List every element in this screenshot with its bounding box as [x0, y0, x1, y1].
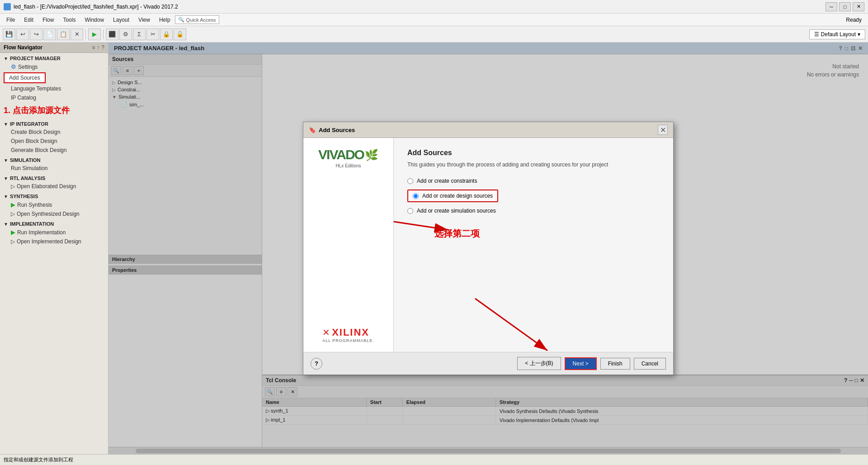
toolbar-lock[interactable]: 🔒	[160, 28, 173, 40]
toolbar-redo[interactable]: ↪	[30, 28, 42, 40]
radio-option-design[interactable]: Add or create design sources	[407, 190, 498, 202]
title-bar: led_flash - [E:/VivadoProject/led_flash/…	[0, 0, 868, 14]
minimize-button[interactable]: ─	[826, 2, 837, 11]
nav-item-open-block[interactable]: Open Block Design	[0, 137, 108, 146]
modal-content: Add Sources This guides you through the …	[394, 138, 673, 352]
toolbar-copy[interactable]: 📋	[57, 28, 70, 40]
toolbar-new[interactable]: 📄	[43, 28, 56, 40]
content-area: PROJECT MANAGER - led_flash ? □ ⊡ ✕ Sour…	[108, 43, 868, 454]
chevron-down-icon: ▾	[858, 31, 860, 38]
nav-section-simulation[interactable]: ▼ SIMULATION	[0, 155, 108, 164]
toolbar-separator	[85, 29, 86, 39]
nav-section-rtl-label: RTL ANALYSIS	[10, 176, 45, 181]
nav-item-run-impl[interactable]: ▶ Run Implementation	[0, 228, 108, 237]
status-bar-text: 指定和或创建源文件添加到工程	[4, 456, 73, 463]
toolbar-sigma[interactable]: Σ	[133, 28, 146, 40]
footer-buttons: < 上一步(B) Next > Finish Cancel	[517, 357, 666, 370]
nav-section-rtl[interactable]: ▼ RTL ANALYSIS	[0, 173, 108, 182]
modal-section-title: Add Sources	[407, 149, 660, 157]
xilinx-logo: ✕ XILINX ALL PROGRAMMABLE.	[322, 327, 374, 343]
menu-layout[interactable]: Layout	[108, 15, 134, 25]
nav-item-add-sources[interactable]: Add Sources	[4, 72, 46, 83]
search-box[interactable]: 🔍 Quick Access	[175, 15, 219, 24]
flow-nav-help-icon[interactable]: ?	[101, 44, 104, 51]
modal-footer: ? < 上一步(B) Next > Finish Cancel	[303, 352, 673, 375]
nav-item-open-synth[interactable]: ▷ Open Synthesized Design	[0, 209, 108, 218]
nav-item-create-block-label: Create Block Design	[11, 129, 60, 135]
modal-overlay: 🔖 Add Sources ✕ VIVADO 🌿 HLx Edition	[108, 43, 868, 454]
vivado-leaf-icon: 🌿	[365, 149, 378, 161]
title-bar-controls[interactable]: ─ □ ✕	[826, 2, 864, 11]
menu-window[interactable]: Window	[80, 15, 108, 25]
menu-tools[interactable]: Tools	[58, 15, 80, 25]
help-button[interactable]: ?	[311, 358, 322, 370]
gear-icon: ⚙	[11, 63, 16, 70]
toolbar-run[interactable]: ▶	[88, 28, 101, 40]
nav-item-run-sim-label: Run Simulation	[11, 165, 47, 171]
toolbar-save[interactable]: 💾	[3, 28, 15, 40]
radio-option-simulation[interactable]: Add or create simulation sources	[407, 208, 660, 214]
vivado-logo-container: VIVADO 🌿	[318, 147, 378, 162]
nav-item-language-templates[interactable]: Language Templates	[0, 84, 108, 93]
menu-file[interactable]: File	[2, 15, 19, 25]
modal-close-button[interactable]: ✕	[658, 125, 668, 135]
section-arrow-ip-icon: ▼	[4, 122, 8, 127]
nav-item-gen-block[interactable]: Generate Block Design	[0, 146, 108, 155]
finish-button[interactable]: Finish	[600, 358, 630, 370]
nav-section-project-manager[interactable]: ▼ PROJECT MANAGER	[0, 53, 108, 62]
menu-flow[interactable]: Flow	[38, 15, 58, 25]
toolbar-cut[interactable]: ✂	[146, 28, 159, 40]
flow-nav-collapse-icon[interactable]: ≡	[92, 44, 95, 51]
nav-section-synthesis[interactable]: ▼ SYNTHESIS	[0, 191, 108, 200]
section-arrow-syn-icon: ▼	[4, 194, 8, 199]
nav-item-open-synth-label: Open Synthesized Design	[17, 211, 80, 217]
flow-nav-title: Flow Navigator	[4, 44, 42, 51]
toolbar-unlock[interactable]: 🔓	[174, 28, 186, 40]
next-button[interactable]: Next >	[565, 357, 597, 370]
radio-simulation-label: Add or create simulation sources	[417, 208, 496, 214]
vivado-edition-text: HLx Editions	[318, 163, 378, 168]
nav-section-pm-label: PROJECT MANAGER	[10, 56, 61, 61]
section-arrow-rtl-icon: ▼	[4, 176, 8, 181]
radio-design[interactable]	[413, 193, 419, 199]
flow-nav-up-icon[interactable]: ↑	[97, 44, 99, 51]
menu-help[interactable]: Help	[155, 15, 175, 25]
default-layout-button[interactable]: ☰ Default Layout ▾	[809, 29, 865, 39]
nav-section-ip-label: IP INTEGRATOR	[10, 121, 48, 127]
flow-navigator: Flow Navigator ≡ ↑ ? ▼ PROJECT MANAGER ⚙…	[0, 43, 108, 454]
xilinx-text: XILINX	[332, 327, 369, 338]
maximize-button[interactable]: □	[839, 2, 851, 11]
toolbar-right: ☰ Default Layout ▾	[809, 29, 865, 39]
radio-option-constraints[interactable]: Add or create constraints	[407, 178, 660, 184]
green-arrow-impl-icon: ▶	[11, 229, 15, 236]
nav-item-ip-catalog[interactable]: IP Catalog	[0, 93, 108, 102]
chinese-annotation-1: 1. 点击添加源文件	[0, 102, 108, 119]
nav-item-gen-block-label: Generate Block Design	[11, 147, 66, 153]
toolbar-undo[interactable]: ↩	[16, 28, 29, 40]
modal-title-text: Add Sources	[319, 127, 355, 133]
cancel-button[interactable]: Cancel	[634, 358, 666, 370]
nav-item-settings[interactable]: ⚙ Settings	[0, 62, 108, 71]
toolbar-block[interactable]: ⬛	[106, 28, 118, 40]
nav-item-add-sources-label: Add Sources	[9, 75, 40, 81]
radio-group: Add or create constraints Add or create …	[407, 178, 660, 214]
menu-view[interactable]: View	[134, 15, 155, 25]
nav-section-impl[interactable]: ▼ IMPLEMENTATION	[0, 218, 108, 228]
radio-constraints[interactable]	[407, 178, 413, 184]
nav-item-open-elab[interactable]: ▷ Open Elaborated Design	[0, 182, 108, 191]
back-button[interactable]: < 上一步(B)	[517, 357, 561, 370]
nav-section-ip-integrator[interactable]: ▼ IP INTEGRATOR	[0, 119, 108, 128]
close-button[interactable]: ✕	[853, 2, 864, 11]
nav-item-run-synth[interactable]: ▶ Run Synthesis	[0, 200, 108, 209]
vivado-text: VIVADO	[318, 147, 364, 162]
menu-edit[interactable]: Edit	[19, 15, 38, 25]
toolbar-delete[interactable]: ✕	[71, 28, 83, 40]
radio-simulation[interactable]	[407, 208, 413, 214]
modal-description: This guides you through the process of a…	[407, 161, 660, 169]
toolbar-settings[interactable]: ⚙	[119, 28, 132, 40]
nav-item-open-impl[interactable]: ▷ Open Implemented Design	[0, 237, 108, 246]
nav-item-create-block[interactable]: Create Block Design	[0, 128, 108, 137]
nav-item-run-sim[interactable]: Run Simulation	[0, 164, 108, 173]
green-arrow-synth-icon: ▶	[11, 201, 15, 208]
modal-body: VIVADO 🌿 HLx Editions ✕ XILINX ALL PROGR…	[303, 138, 673, 352]
